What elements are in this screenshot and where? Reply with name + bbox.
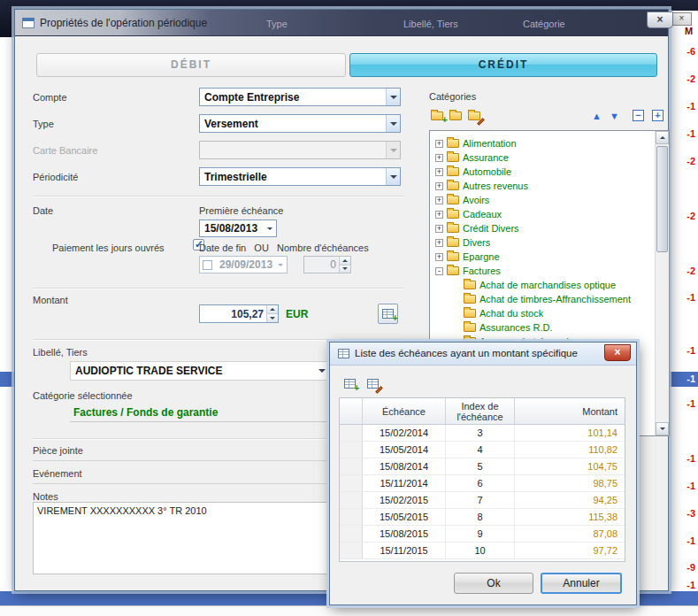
expander-icon[interactable]: + — [435, 211, 443, 219]
echeance-date-cell: 15/11/2015 — [363, 543, 446, 558]
edit-category-button[interactable] — [466, 109, 482, 123]
dropdown-arrow-icon[interactable] — [386, 89, 400, 105]
tree-item[interactable]: +Epargne — [432, 250, 653, 264]
dialog-title-bar[interactable]: Propriétés de l'opération périodique Typ… — [15, 10, 668, 36]
tree-item[interactable]: Achat de timbres-Affranchissement — [432, 292, 653, 306]
scroll-down-icon[interactable] — [656, 422, 669, 435]
tree-item[interactable]: +Cadeaux — [432, 207, 653, 221]
background-close-icon[interactable]: × — [671, 12, 692, 26]
edit-echeance-button[interactable] — [364, 374, 381, 392]
add-echeance-button[interactable]: + — [341, 374, 358, 392]
stepper-arrows-icon[interactable] — [266, 305, 278, 322]
date-dropdown-icon[interactable] — [267, 227, 272, 230]
echeances-title-bar[interactable]: Liste des échéances ayant un montant spé… — [330, 343, 636, 366]
piece-jointe-field[interactable] — [33, 460, 330, 461]
tree-item[interactable]: -Factures — [432, 264, 653, 278]
move-down-button[interactable]: ▼ — [610, 110, 619, 122]
header-echeance[interactable]: Échéance — [363, 398, 446, 424]
echeances-dialog: Liste des échéances ayant un montant spé… — [329, 342, 637, 605]
echeance-row[interactable]: 15/11/20151097,72 — [340, 543, 625, 559]
expander-icon[interactable]: + — [435, 182, 443, 190]
dropdown-arrow-icon[interactable] — [386, 168, 400, 185]
date-fin-datepicker[interactable]: 29/09/2013 — [199, 256, 288, 273]
echeance-row[interactable]: 15/02/20143101,14 — [340, 425, 625, 442]
expander-icon[interactable]: + — [435, 154, 443, 162]
date-fin-checkbox[interactable] — [203, 260, 212, 270]
expander-icon[interactable]: + — [435, 253, 443, 261]
categorie-selectionnee-label: Catégorie sélectionnée — [33, 390, 133, 401]
tree-item[interactable]: Assurances R.D. — [432, 320, 653, 335]
dropdown-arrow-icon[interactable] — [318, 369, 326, 373]
tree-item[interactable]: +Automobile — [432, 165, 653, 179]
type-select[interactable]: Versement — [199, 114, 401, 133]
tree-item[interactable]: +Avoirs — [432, 193, 653, 207]
echeance-row[interactable]: 15/05/20158115,38 — [340, 509, 625, 526]
tree-item[interactable]: +Assurance — [432, 150, 653, 165]
tree-item[interactable]: +Autres revenus — [432, 179, 653, 193]
annuler-button[interactable]: Annuler — [541, 573, 622, 594]
tab-credit[interactable]: CRÉDIT — [349, 53, 657, 77]
folder-icon — [464, 323, 476, 332]
row-selector[interactable] — [340, 509, 363, 525]
nb-echeances-stepper[interactable]: 0 — [303, 256, 351, 273]
row-selector[interactable] — [340, 492, 363, 508]
tree-item-label: Avoirs — [463, 195, 489, 205]
echeance-row[interactable]: 15/08/20145104,75 — [340, 458, 625, 475]
negative-amount: -1 — [667, 580, 695, 590]
echeances-close-button[interactable]: × — [604, 344, 631, 361]
scroll-up-icon[interactable] — [656, 131, 669, 144]
specific-amounts-button[interactable]: + — [378, 304, 398, 324]
tree-scrollbar[interactable] — [655, 131, 669, 435]
notes-label: Notes — [33, 491, 58, 502]
echeance-row[interactable]: 15/08/2015987,08 — [340, 526, 625, 543]
move-up-button[interactable]: ▲ — [592, 110, 602, 122]
periodicite-select[interactable]: Trimestrielle — [199, 167, 401, 186]
row-selector[interactable] — [340, 425, 363, 441]
row-selector[interactable] — [340, 442, 363, 458]
tree-item[interactable]: +Alimentation — [432, 136, 653, 150]
header-montant[interactable]: Montant — [515, 398, 625, 424]
piece-jointe-label: Pièce jointe — [33, 445, 83, 456]
dropdown-arrow-icon[interactable] — [386, 115, 400, 132]
tree-item[interactable]: Achat de marchandises optique — [432, 278, 653, 292]
add-category-button[interactable]: + — [429, 109, 445, 123]
libelle-select[interactable]: AUDIOPTIC TRADE SERVICE — [70, 361, 332, 381]
expand-all-button[interactable]: + — [652, 110, 663, 121]
collapse-all-button[interactable]: − — [633, 110, 644, 121]
echeance-row[interactable]: 15/05/20144110,82 — [340, 442, 625, 458]
separator — [33, 288, 404, 289]
expander-icon[interactable]: + — [435, 168, 443, 176]
tab-debit[interactable]: DÉBIT — [36, 53, 346, 77]
header-index[interactable]: Index de l'échéance — [446, 398, 515, 424]
expander-icon[interactable]: + — [435, 239, 443, 247]
row-selector[interactable] — [340, 458, 363, 474]
tree-item[interactable]: Achat du stock — [432, 306, 653, 320]
row-selector[interactable] — [340, 475, 363, 491]
compte-select[interactable]: Compte Entreprise — [199, 88, 401, 106]
separator — [33, 339, 404, 341]
expander-icon[interactable]: + — [435, 196, 443, 204]
folder-icon — [447, 252, 459, 261]
expander-icon[interactable]: + — [435, 140, 443, 148]
stepper-arrows-icon[interactable] — [339, 257, 350, 273]
new-subcategory-button[interactable] — [448, 109, 464, 123]
premiere-echeance-datepicker[interactable]: 15/08/2013 — [199, 219, 277, 237]
header-selector — [340, 398, 363, 424]
evenement-field[interactable] — [33, 483, 330, 484]
expander-icon[interactable]: + — [435, 225, 443, 233]
expander-icon[interactable]: - — [435, 267, 443, 275]
tree-item[interactable]: +Divers — [432, 235, 653, 250]
close-button[interactable]: × — [647, 12, 673, 28]
notes-textarea[interactable]: VIREMENT XXXXXXXXXX 3° TR 2010 — [33, 502, 332, 574]
echeance-row[interactable]: 15/02/2015794,25 — [340, 492, 625, 509]
row-selector[interactable] — [340, 526, 363, 542]
libelle-label: Libellé, Tiers — [33, 347, 88, 358]
tree-item-label: Achat du stock — [479, 308, 543, 319]
montant-input[interactable]: 105,27 — [199, 304, 279, 323]
row-selector[interactable] — [340, 543, 363, 558]
echeance-row[interactable]: 15/11/2014698,75 — [340, 475, 625, 492]
negative-amount: -9 — [667, 562, 695, 573]
tree-item[interactable]: +Crédit Divers — [432, 221, 653, 235]
scrollbar-thumb[interactable] — [656, 146, 668, 252]
ok-button[interactable]: Ok — [454, 573, 533, 594]
